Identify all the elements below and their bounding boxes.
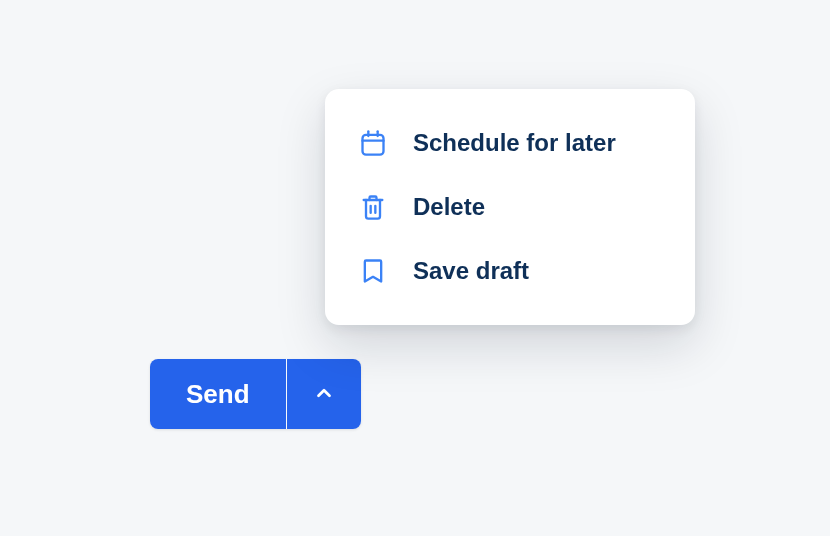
menu-item-delete[interactable]: Delete — [325, 175, 695, 239]
menu-item-label: Delete — [413, 193, 485, 221]
bookmark-icon — [359, 257, 387, 285]
send-button[interactable]: Send — [150, 359, 286, 429]
dropdown-menu: Schedule for later Delete Save draft — [325, 89, 695, 325]
send-button-group: Send — [150, 359, 361, 429]
svg-rect-0 — [363, 135, 384, 155]
menu-item-schedule[interactable]: Schedule for later — [325, 111, 695, 175]
calendar-icon — [359, 129, 387, 157]
send-button-label: Send — [186, 379, 250, 410]
chevron-up-icon — [313, 382, 335, 407]
dropdown-toggle-button[interactable] — [287, 359, 361, 429]
trash-icon — [359, 193, 387, 221]
menu-item-label: Schedule for later — [413, 129, 616, 157]
menu-item-save-draft[interactable]: Save draft — [325, 239, 695, 303]
menu-item-label: Save draft — [413, 257, 529, 285]
